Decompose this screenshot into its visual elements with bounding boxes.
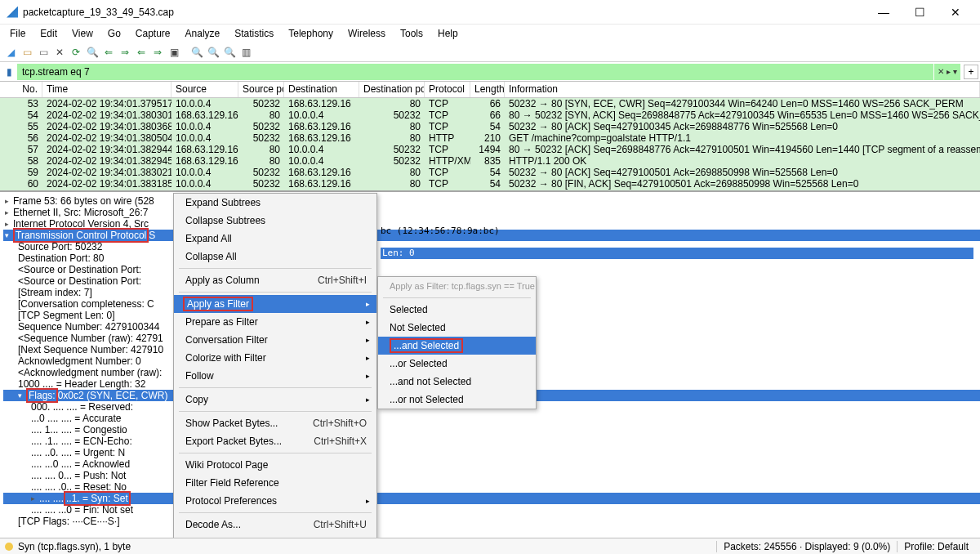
zoom-out-icon[interactable]: 🔍 bbox=[206, 45, 220, 60]
menu-telephony[interactable]: Telephony bbox=[282, 26, 340, 41]
col-no[interactable]: No. bbox=[0, 82, 42, 97]
ctx-protocol-prefs[interactable]: Protocol Preferences▸ bbox=[174, 492, 376, 510]
close-button[interactable]: ✕ bbox=[938, 1, 973, 24]
detail-stream-index[interactable]: [Stream index: 7] bbox=[18, 287, 92, 298]
menu-help[interactable]: Help bbox=[431, 26, 465, 41]
detail-src-or-dst-1[interactable]: <Source or Destination Port: bbox=[18, 264, 141, 275]
ctx-wiki-protocol[interactable]: Wiki Protocol Page bbox=[174, 456, 376, 474]
status-profile[interactable]: Profile: Default bbox=[897, 541, 975, 552]
zoom-reset-icon[interactable]: 🔍 bbox=[222, 45, 237, 60]
flag-ecn[interactable]: .... .1.. .... = ECN-Echo: bbox=[31, 436, 132, 447]
packet-row[interactable]: 532024-02-02 19:34:01.37951710.0.0.45023… bbox=[0, 98, 980, 109]
menu-go[interactable]: Go bbox=[101, 26, 127, 41]
detail-ack-raw[interactable]: <Acknowledgment number (raw): bbox=[18, 367, 162, 378]
flag-accurate[interactable]: ...0 .... .... = Accurate bbox=[31, 413, 121, 424]
ctx-expand-subtrees[interactable]: Expand Subtrees bbox=[174, 194, 376, 212]
detail-conversation[interactable]: [Conversation completeness: C bbox=[18, 298, 154, 310]
ctx-prepare-as-filter[interactable]: Prepare as Filter▸ bbox=[174, 313, 376, 331]
detail-seq-num[interactable]: Sequence Number: 4279100344 bbox=[18, 321, 159, 333]
detail-next-seq[interactable]: [Next Sequence Number: 427910 bbox=[18, 344, 163, 355]
ctx-export-packet-bytes[interactable]: Export Packet Bytes...Ctrl+Shift+X bbox=[174, 432, 376, 450]
detail-seq-raw[interactable]: <Sequence Number (raw): 42791 bbox=[18, 333, 163, 344]
detail-seg-len[interactable]: [TCP Segment Len: 0] bbox=[18, 310, 115, 321]
menu-edit[interactable]: Edit bbox=[33, 26, 64, 41]
flag-fin[interactable]: .... .... ...0 = Fin: Not set bbox=[31, 504, 133, 516]
start-capture-icon[interactable]: ◢ bbox=[3, 45, 18, 60]
detail-ack-num[interactable]: Acknowledgment Number: 0 bbox=[18, 355, 141, 367]
display-filter-input[interactable] bbox=[17, 64, 933, 80]
filter-dropdown-icon[interactable]: ▾ bbox=[953, 67, 957, 76]
filter-clear-icon[interactable]: ✕ bbox=[938, 67, 944, 76]
detail-ethernet[interactable]: Ethernet II, Src: Microsoft_26:7 bbox=[13, 207, 148, 218]
detail-src-port[interactable]: Source Port: 50232 bbox=[18, 241, 102, 252]
flag-congestion[interactable]: .... 1... .... = Congestio bbox=[31, 424, 127, 436]
col-source[interactable]: Source bbox=[172, 82, 238, 97]
ctx-conversation-filter[interactable]: Conversation Filter▸ bbox=[174, 331, 376, 349]
reload-icon[interactable]: ⟳ bbox=[69, 45, 83, 60]
menu-tools[interactable]: Tools bbox=[394, 26, 430, 41]
sub-and-not-selected[interactable]: ...and not Selected bbox=[378, 373, 536, 391]
ctx-follow[interactable]: Follow▸ bbox=[174, 367, 376, 385]
next-icon[interactable]: ⇒ bbox=[118, 45, 132, 60]
ctx-apply-as-column[interactable]: Apply as ColumnCtrl+Shift+I bbox=[174, 271, 376, 289]
resize-columns-icon[interactable]: ▥ bbox=[238, 45, 253, 60]
zoom-in-icon[interactable]: 🔍 bbox=[189, 45, 204, 60]
prev-icon[interactable]: ⇐ bbox=[101, 45, 116, 60]
sub-and-selected[interactable]: ...and Selected bbox=[378, 337, 536, 355]
menu-analyze[interactable]: Analyze bbox=[179, 26, 227, 41]
ctx-copy[interactable]: Copy▸ bbox=[174, 391, 376, 409]
close-file-icon[interactable]: ✕ bbox=[52, 45, 67, 60]
packet-list[interactable]: 532024-02-02 19:34:01.37951710.0.0.45023… bbox=[0, 98, 980, 192]
col-protocol[interactable]: Protocol bbox=[425, 82, 470, 97]
ctx-filter-field-ref[interactable]: Filter Field Reference bbox=[174, 474, 376, 492]
packet-row[interactable]: 562024-02-02 19:34:01.38050410.0.0.45023… bbox=[0, 132, 980, 144]
packet-row[interactable]: 582024-02-02 19:34:01.382945168.63.129.1… bbox=[0, 155, 980, 167]
col-time[interactable]: Time bbox=[42, 82, 172, 97]
flag-syn-row[interactable]: ▸.... .... ..1. = Syn: Set bbox=[3, 493, 980, 504]
menu-wireless[interactable]: Wireless bbox=[341, 26, 392, 41]
goto-first-icon[interactable]: ⇐ bbox=[134, 45, 149, 60]
packet-row[interactable]: 572024-02-02 19:34:01.382944168.63.129.1… bbox=[0, 144, 980, 155]
open-icon[interactable]: ▭ bbox=[20, 45, 34, 60]
ctx-decode-as[interactable]: Decode As...Ctrl+Shift+U bbox=[174, 516, 376, 534]
col-info[interactable]: Information bbox=[505, 82, 980, 97]
flag-ack[interactable]: .... ...0 .... = Acknowled bbox=[31, 458, 130, 470]
col-destination-port[interactable]: Destination port bbox=[359, 82, 425, 97]
ctx-apply-as-filter[interactable]: Apply as Filter▸ bbox=[174, 295, 376, 313]
packet-row[interactable]: 602024-02-02 19:34:01.38318510.0.0.45023… bbox=[0, 178, 980, 190]
find-icon[interactable]: 🔍 bbox=[85, 45, 100, 60]
detail-src-or-dst-2[interactable]: <Source or Destination Port: bbox=[18, 275, 141, 287]
menu-capture[interactable]: Capture bbox=[129, 26, 177, 41]
flag-urgent[interactable]: .... ..0. .... = Urgent: N bbox=[31, 447, 125, 458]
detail-dst-port[interactable]: Destination Port: 80 bbox=[18, 252, 104, 264]
detail-frame[interactable]: Frame 53: 66 bytes on wire (528 bbox=[13, 195, 154, 207]
filter-apply-icon[interactable]: ▸ bbox=[947, 67, 951, 76]
col-length[interactable]: Length bbox=[470, 82, 505, 97]
sub-or-not-selected[interactable]: ...or not Selected bbox=[378, 391, 536, 409]
maximize-button[interactable]: ☐ bbox=[902, 1, 938, 24]
flag-reserved[interactable]: 000. .... .... = Reserved: bbox=[31, 401, 133, 413]
ctx-show-packet-bytes[interactable]: Show Packet Bytes...Ctrl+Shift+O bbox=[174, 414, 376, 432]
packet-row[interactable]: 592024-02-02 19:34:01.38302110.0.0.45023… bbox=[0, 167, 980, 178]
expert-info-icon[interactable] bbox=[5, 543, 13, 551]
sub-or-selected[interactable]: ...or Selected bbox=[378, 355, 536, 373]
ctx-collapse-subtrees[interactable]: Collapse Subtrees bbox=[174, 212, 376, 230]
save-icon[interactable]: ▭ bbox=[36, 45, 51, 60]
menu-file[interactable]: File bbox=[3, 26, 32, 41]
goto-last-icon[interactable]: ⇒ bbox=[150, 45, 165, 60]
sub-not-selected[interactable]: Not Selected bbox=[378, 319, 536, 337]
col-destination[interactable]: Destination bbox=[284, 82, 359, 97]
ctx-colorize-with-filter[interactable]: Colorize with Filter▸ bbox=[174, 349, 376, 367]
ctx-collapse-all[interactable]: Collapse All bbox=[174, 248, 376, 266]
menu-view[interactable]: View bbox=[65, 26, 100, 41]
packet-row[interactable]: 552024-02-02 19:34:01.38036810.0.0.45023… bbox=[0, 121, 980, 132]
detail-tcp-flags[interactable]: [TCP Flags: ····CE····S·] bbox=[18, 516, 119, 527]
autoscroll-icon[interactable]: ▣ bbox=[167, 45, 181, 60]
filter-add-button[interactable]: + bbox=[964, 65, 978, 79]
menu-statistics[interactable]: Statistics bbox=[228, 26, 280, 41]
minimize-button[interactable]: — bbox=[866, 1, 902, 24]
packet-row[interactable]: 542024-02-02 19:34:01.380301168.63.129.1… bbox=[0, 109, 980, 121]
filter-bookmark-icon[interactable]: ▮ bbox=[2, 65, 16, 79]
sub-selected[interactable]: Selected bbox=[378, 301, 536, 319]
col-source-port[interactable]: Source port bbox=[238, 82, 284, 97]
